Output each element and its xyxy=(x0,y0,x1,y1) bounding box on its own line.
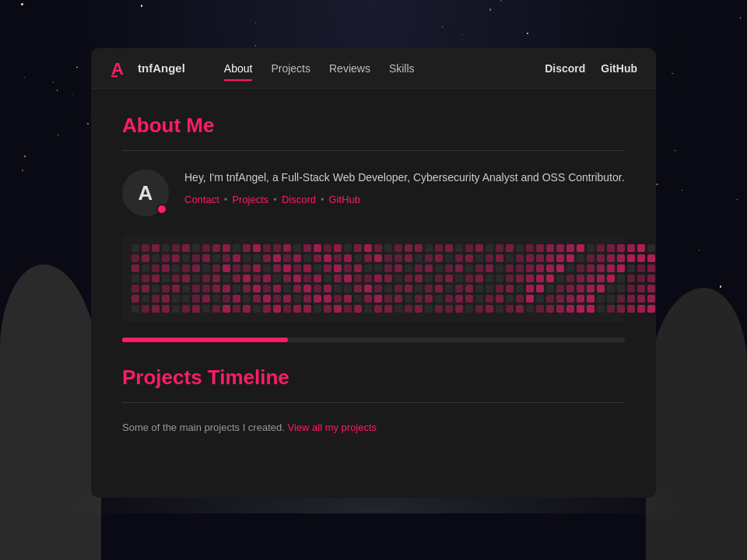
projects-divider xyxy=(122,402,625,403)
profile-link-discord[interactable]: Discord xyxy=(282,194,316,205)
nav-about[interactable]: About xyxy=(216,58,261,79)
bio-text: Hey, I'm tnfAngel, a Full-Stack Web Deve… xyxy=(184,170,625,186)
main-window: A tnfAngel About Projects Reviews Skills… xyxy=(91,48,656,498)
avatar-status-dot xyxy=(156,204,167,215)
profile-link-github[interactable]: GitHub xyxy=(329,194,360,205)
nav-projects[interactable]: Projects xyxy=(263,58,318,79)
profile-link-contact[interactable]: Contact xyxy=(184,194,219,205)
nav-github[interactable]: GitHub xyxy=(601,62,637,75)
profile-row: A Hey, I'm tnfAngel, a Full-Stack Web De… xyxy=(122,170,625,216)
progress-bar-container xyxy=(122,338,625,342)
logo-area: A tnfAngel xyxy=(110,58,185,79)
projects-title: Projects Timeline xyxy=(122,366,625,390)
about-title: About Me xyxy=(122,114,625,138)
terrain-left xyxy=(0,264,101,560)
contribution-graph xyxy=(122,235,625,322)
nav-skills[interactable]: Skills xyxy=(381,58,423,79)
nav-links: About Projects Reviews Skills xyxy=(216,58,545,79)
logo-icon: A xyxy=(110,58,132,79)
profile-links: Contact • Projects • Discord • GitHub xyxy=(184,194,625,205)
nav-discord[interactable]: Discord xyxy=(545,62,585,75)
avatar-letter: A xyxy=(139,181,153,205)
progress-bar-fill xyxy=(122,338,288,342)
nav-right-links: Discord GitHub xyxy=(545,62,637,75)
projects-subtitle: Some of the main projects I created. Vie… xyxy=(122,422,625,433)
nav-reviews[interactable]: Reviews xyxy=(321,58,378,79)
terrain-right xyxy=(646,288,747,560)
navbar: A tnfAngel About Projects Reviews Skills… xyxy=(91,48,656,89)
logo-text: tnfAngel xyxy=(138,61,185,75)
view-all-projects-link[interactable]: View all my projects xyxy=(287,422,377,433)
about-divider xyxy=(122,150,625,151)
avatar: A xyxy=(122,170,169,216)
profile-link-projects[interactable]: Projects xyxy=(232,194,268,205)
projects-timeline-section: Projects Timeline Some of the main proje… xyxy=(122,366,625,433)
profile-info: Hey, I'm tnfAngel, a Full-Stack Web Deve… xyxy=(184,170,625,205)
main-content: About Me A Hey, I'm tnfAngel, a Full-Sta… xyxy=(91,89,656,498)
